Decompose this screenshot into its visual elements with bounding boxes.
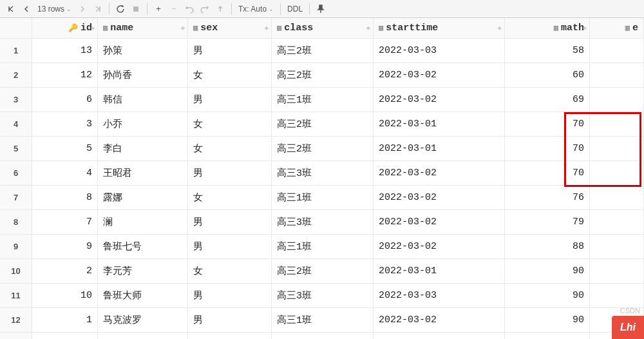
commit-button[interactable] bbox=[213, 2, 227, 16]
cell-id[interactable]: 10 bbox=[32, 284, 98, 308]
cell-starttime[interactable]: 2022-03-01 bbox=[374, 259, 505, 284]
cell-math[interactable]: 76 bbox=[505, 186, 590, 210]
cell-math[interactable]: 70 bbox=[505, 112, 590, 137]
cell-starttime[interactable]: 2022-03-03 bbox=[374, 39, 505, 63]
col-header-starttime[interactable]: ▦ starttime ÷ bbox=[374, 18, 505, 39]
cell-class[interactable]: 高三1班 bbox=[272, 333, 374, 339]
cell-name[interactable]: 马克波罗 bbox=[98, 308, 188, 333]
cell-math[interactable]: 90 bbox=[505, 259, 590, 284]
cell-math[interactable]: 69 bbox=[505, 88, 590, 112]
cell-trunc[interactable] bbox=[590, 88, 644, 112]
cell-name[interactable]: 李白 bbox=[98, 137, 188, 161]
cell-id[interactable]: 2 bbox=[32, 259, 98, 284]
cell-id[interactable]: 4 bbox=[32, 161, 98, 186]
cell-trunc[interactable] bbox=[590, 39, 644, 63]
stop-button[interactable] bbox=[129, 2, 143, 16]
col-header-id[interactable]: 🔑 id ÷ bbox=[32, 18, 98, 39]
cell-id[interactable]: 11 bbox=[32, 333, 98, 339]
cell-sex[interactable]: 男 bbox=[188, 235, 272, 259]
cell-math[interactable]: 99 bbox=[505, 333, 590, 339]
cell-trunc[interactable] bbox=[590, 112, 644, 137]
cell-trunc[interactable] bbox=[590, 284, 644, 308]
cell-starttime[interactable]: 2022-03-02 bbox=[374, 186, 505, 210]
cell-starttime[interactable]: 2022-03-02 bbox=[374, 63, 505, 88]
cell-class[interactable]: 高三2班 bbox=[272, 259, 374, 284]
cell-trunc[interactable] bbox=[590, 137, 644, 161]
cell-starttime[interactable]: 2022-03-02 bbox=[374, 88, 505, 112]
cell-trunc[interactable] bbox=[590, 63, 644, 88]
cell-starttime[interactable]: 2022-03-03 bbox=[374, 284, 505, 308]
cell-math[interactable]: 60 bbox=[505, 63, 590, 88]
cell-name[interactable]: 孙尚香 bbox=[98, 63, 188, 88]
cell-name[interactable]: 澜 bbox=[98, 210, 188, 235]
add-row-button[interactable]: + bbox=[151, 2, 166, 16]
next-page-button[interactable] bbox=[75, 2, 90, 16]
cell-math[interactable]: 90 bbox=[505, 284, 590, 308]
cell-class[interactable]: 高三2班 bbox=[272, 63, 374, 88]
cell-starttime[interactable]: 2022-03-01 bbox=[374, 137, 505, 161]
cell-name[interactable]: 李元芳 bbox=[98, 259, 188, 284]
cell-trunc[interactable] bbox=[590, 186, 644, 210]
cell-class[interactable]: 高三1班 bbox=[272, 186, 374, 210]
cell-starttime[interactable]: 2022-03-02 bbox=[374, 235, 505, 259]
cell-class[interactable]: 高三1班 bbox=[272, 88, 374, 112]
cell-starttime[interactable]: 2022-03-02 bbox=[374, 210, 505, 235]
ddl-button[interactable]: DDL bbox=[285, 5, 305, 14]
cell-class[interactable]: 高三2班 bbox=[272, 137, 374, 161]
col-header-math[interactable]: ▦ math ÷ bbox=[505, 18, 590, 39]
cell-name[interactable]: 鲁班大师 bbox=[98, 284, 188, 308]
cell-sex[interactable]: 男 bbox=[188, 161, 272, 186]
cell-id[interactable]: 5 bbox=[32, 137, 98, 161]
cell-trunc[interactable] bbox=[590, 210, 644, 235]
col-header-name[interactable]: ▦ name ÷ bbox=[98, 18, 188, 39]
cell-sex[interactable]: 女 bbox=[188, 112, 272, 137]
cell-class[interactable]: 高三3班 bbox=[272, 210, 374, 235]
cell-sex[interactable]: 男 bbox=[188, 308, 272, 333]
cell-class[interactable]: 高三3班 bbox=[272, 284, 374, 308]
cell-trunc[interactable] bbox=[590, 259, 644, 284]
rows-count[interactable]: 13 rows ⌄ bbox=[35, 5, 74, 14]
cell-id[interactable]: 13 bbox=[32, 39, 98, 63]
tx-mode[interactable]: Tx: Auto ⌄ bbox=[236, 5, 276, 14]
refresh-button[interactable] bbox=[113, 2, 128, 16]
cell-starttime[interactable]: 2022-03-02 bbox=[374, 308, 505, 333]
cell-id[interactable]: 1 bbox=[32, 308, 98, 333]
first-page-button[interactable] bbox=[4, 2, 18, 16]
cell-math[interactable]: 79 bbox=[505, 210, 590, 235]
cell-math[interactable]: 88 bbox=[505, 235, 590, 259]
col-header-sex[interactable]: ▦ sex ÷ bbox=[188, 18, 272, 39]
cell-math[interactable]: 70 bbox=[505, 137, 590, 161]
cell-id[interactable]: 9 bbox=[32, 235, 98, 259]
cell-id[interactable]: 8 bbox=[32, 186, 98, 210]
cell-name[interactable]: 孙悟空 bbox=[98, 333, 188, 339]
cell-sex[interactable]: 女 bbox=[188, 137, 272, 161]
cell-class[interactable]: 高三3班 bbox=[272, 161, 374, 186]
cell-sex[interactable]: 男 bbox=[188, 39, 272, 63]
cell-class[interactable]: 高三2班 bbox=[272, 39, 374, 63]
cell-math[interactable]: 90 bbox=[505, 308, 590, 333]
cell-starttime[interactable]: 2022-03-02 bbox=[374, 161, 505, 186]
cell-trunc[interactable] bbox=[590, 161, 644, 186]
cell-name[interactable]: 鲁班七号 bbox=[98, 235, 188, 259]
cell-sex[interactable]: 男 bbox=[188, 333, 272, 339]
cell-name[interactable]: 韩信 bbox=[98, 88, 188, 112]
cell-starttime[interactable]: 2022-03-01 bbox=[374, 333, 505, 339]
cell-sex[interactable]: 女 bbox=[188, 186, 272, 210]
cell-name[interactable]: 孙策 bbox=[98, 39, 188, 63]
cell-class[interactable]: 高三2班 bbox=[272, 112, 374, 137]
cell-starttime[interactable]: 2022-03-01 bbox=[374, 112, 505, 137]
col-header-class[interactable]: ▦ class ÷ bbox=[272, 18, 374, 39]
undo-button[interactable] bbox=[182, 2, 196, 16]
cell-name[interactable]: 小乔 bbox=[98, 112, 188, 137]
cell-name[interactable]: 王昭君 bbox=[98, 161, 188, 186]
last-page-button[interactable] bbox=[91, 2, 105, 16]
cell-name[interactable]: 露娜 bbox=[98, 186, 188, 210]
col-header-truncated[interactable]: ▦ e bbox=[590, 18, 644, 39]
remove-row-button[interactable]: − bbox=[167, 2, 181, 16]
cell-id[interactable]: 3 bbox=[32, 112, 98, 137]
prev-page-button[interactable] bbox=[19, 2, 33, 16]
cell-sex[interactable]: 男 bbox=[188, 210, 272, 235]
cell-class[interactable]: 高三1班 bbox=[272, 235, 374, 259]
pin-button[interactable] bbox=[314, 2, 328, 16]
cell-math[interactable]: 70 bbox=[505, 161, 590, 186]
